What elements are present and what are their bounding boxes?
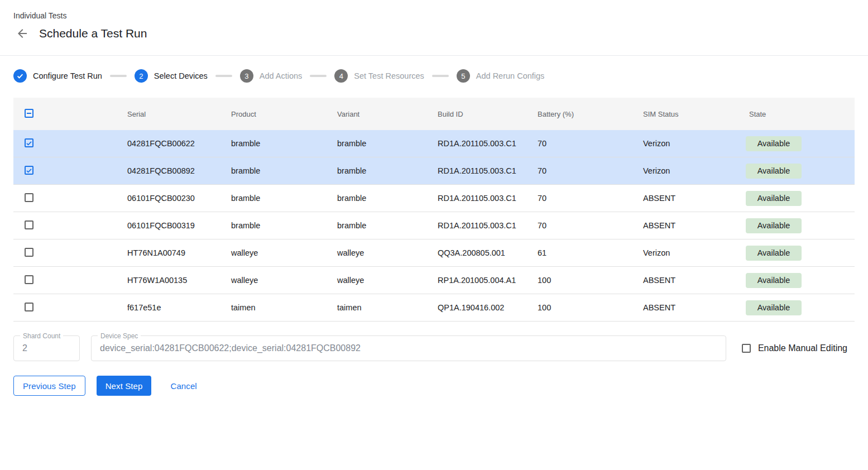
cell-variant: bramble bbox=[326, 194, 426, 203]
cell-product: walleye bbox=[220, 276, 326, 285]
stepper-step[interactable]: 4 Set Test Resources bbox=[334, 69, 424, 83]
cancel-button[interactable]: Cancel bbox=[162, 376, 204, 396]
stepper-step[interactable]: 3 Add Actions bbox=[240, 69, 303, 83]
back-arrow-icon[interactable] bbox=[16, 27, 29, 40]
table-body: 04281FQCB00622 bramble bramble RD1A.2011… bbox=[13, 130, 855, 322]
page-title: Schedule a Test Run bbox=[39, 27, 147, 40]
cell-build-id: RD1A.201105.003.C1 bbox=[426, 194, 526, 203]
enable-manual-editing-toggle[interactable]: Enable Manual Editing bbox=[742, 343, 847, 353]
cell-build-id: RP1A.201005.004.A1 bbox=[426, 276, 526, 285]
cell-build-id: RD1A.201105.003.C1 bbox=[426, 221, 526, 230]
row-checkbox-cell bbox=[13, 248, 116, 258]
previous-step-button[interactable]: Previous Step bbox=[13, 376, 85, 396]
row-checkbox[interactable] bbox=[25, 193, 33, 202]
column-header-variant: Variant bbox=[326, 110, 426, 118]
step-label: Select Devices bbox=[154, 71, 208, 80]
row-checkbox[interactable] bbox=[25, 166, 33, 175]
step-number-circle: 5 bbox=[457, 69, 470, 83]
cell-serial: 04281FQCB00892 bbox=[116, 166, 220, 175]
row-checkbox-cell bbox=[13, 166, 116, 176]
select-all-checkbox[interactable] bbox=[25, 109, 33, 118]
row-checkbox-cell bbox=[13, 220, 116, 231]
column-header-build-id: Build ID bbox=[426, 110, 526, 118]
device-state-badge: Available bbox=[746, 273, 802, 288]
device-row[interactable]: 04281FQCB00892 bramble bramble RD1A.2011… bbox=[13, 157, 855, 185]
step-number-circle: 2 bbox=[135, 69, 148, 83]
cell-product: bramble bbox=[220, 194, 326, 203]
column-header-serial: Serial bbox=[116, 110, 220, 118]
shard-count-field[interactable]: Shard Count bbox=[13, 335, 80, 361]
device-state-badge: Available bbox=[746, 218, 802, 233]
cell-state: Available bbox=[738, 273, 855, 288]
device-table: SerialProductVariantBuild IDBattery (%)S… bbox=[13, 98, 855, 322]
device-state-badge: Available bbox=[746, 300, 802, 315]
cell-product: bramble bbox=[220, 166, 326, 175]
column-header-state: State bbox=[738, 110, 855, 118]
device-spec-section: Shard Count Device Spec Enable Manual Ed… bbox=[13, 335, 855, 361]
next-step-button[interactable]: Next Step bbox=[97, 376, 152, 396]
cell-battery: 100 bbox=[526, 276, 632, 285]
column-header-sim-status: SIM Status bbox=[632, 110, 738, 118]
enable-manual-editing-label: Enable Manual Editing bbox=[758, 343, 847, 353]
row-checkbox[interactable] bbox=[25, 220, 33, 229]
cell-product: walleye bbox=[220, 248, 326, 257]
row-checkbox[interactable] bbox=[25, 248, 33, 257]
cell-battery: 70 bbox=[526, 166, 632, 175]
device-row[interactable]: HT76N1A00749 walleye walleye QQ3A.200805… bbox=[13, 239, 855, 267]
title-row: Schedule a Test Run bbox=[13, 27, 855, 40]
cell-battery: 70 bbox=[526, 221, 632, 230]
device-state-badge: Available bbox=[746, 164, 802, 179]
shard-count-label: Shard Count bbox=[20, 332, 63, 340]
row-checkbox[interactable] bbox=[25, 303, 33, 311]
row-checkbox-cell bbox=[13, 303, 116, 313]
stepper-step[interactable]: Configure Test Run bbox=[13, 69, 102, 83]
cell-battery: 70 bbox=[526, 139, 632, 148]
step-number-circle: 4 bbox=[334, 69, 348, 83]
row-checkbox[interactable] bbox=[25, 138, 33, 147]
row-checkbox-cell bbox=[13, 275, 116, 286]
cell-product: bramble bbox=[220, 139, 326, 148]
cell-battery: 100 bbox=[526, 303, 632, 312]
step-number-circle: 3 bbox=[240, 69, 253, 83]
device-row[interactable]: 06101FQCB00319 bramble bramble RD1A.2011… bbox=[13, 212, 855, 239]
cell-state: Available bbox=[738, 164, 855, 179]
device-spec-field[interactable]: Device Spec bbox=[91, 335, 726, 361]
cell-variant: walleye bbox=[326, 276, 426, 285]
device-row[interactable]: 06101FQCB00230 bramble bramble RD1A.2011… bbox=[13, 185, 855, 212]
row-checkbox[interactable] bbox=[25, 275, 33, 284]
select-all-cell bbox=[13, 109, 116, 119]
cell-serial: f617e51e bbox=[116, 303, 220, 312]
step-label: Add Actions bbox=[260, 71, 303, 80]
step-connector-line bbox=[310, 75, 327, 77]
cell-variant: bramble bbox=[326, 166, 426, 175]
device-row[interactable]: HT76W1A00135 walleye walleye RP1A.201005… bbox=[13, 267, 855, 294]
enable-manual-editing-checkbox[interactable] bbox=[742, 344, 751, 353]
column-header-product: Product bbox=[220, 110, 326, 118]
cell-serial: 04281FQCB00622 bbox=[116, 139, 220, 148]
device-row[interactable]: 04281FQCB00622 bramble bramble RD1A.2011… bbox=[13, 130, 855, 157]
shard-count-input[interactable] bbox=[14, 343, 79, 353]
cell-serial: HT76N1A00749 bbox=[116, 248, 220, 257]
device-spec-label: Device Spec bbox=[98, 332, 141, 340]
cell-sim-status: ABSENT bbox=[632, 276, 738, 285]
cell-state: Available bbox=[738, 136, 855, 151]
stepper-step[interactable]: 2 Select Devices bbox=[135, 69, 208, 83]
cell-state: Available bbox=[738, 218, 855, 233]
device-state-badge: Available bbox=[746, 246, 802, 261]
step-label: Add Rerun Configs bbox=[476, 71, 545, 80]
step-check-icon bbox=[13, 69, 27, 83]
device-state-badge: Available bbox=[746, 191, 802, 206]
row-checkbox-cell bbox=[13, 138, 116, 148]
cell-sim-status: Verizon bbox=[632, 166, 738, 175]
device-row[interactable]: f617e51e taimen taimen QP1A.190416.002 1… bbox=[13, 294, 855, 322]
cell-state: Available bbox=[738, 191, 855, 206]
device-spec-input[interactable] bbox=[92, 343, 726, 353]
step-connector-line bbox=[110, 75, 127, 77]
device-state-badge: Available bbox=[746, 136, 802, 151]
step-connector-line bbox=[215, 75, 232, 77]
cell-battery: 61 bbox=[526, 248, 632, 257]
cell-build-id: RD1A.201105.003.C1 bbox=[426, 139, 526, 148]
cell-sim-status: ABSENT bbox=[632, 194, 738, 203]
step-label: Configure Test Run bbox=[33, 71, 102, 80]
stepper-step[interactable]: 5 Add Rerun Configs bbox=[457, 69, 545, 83]
